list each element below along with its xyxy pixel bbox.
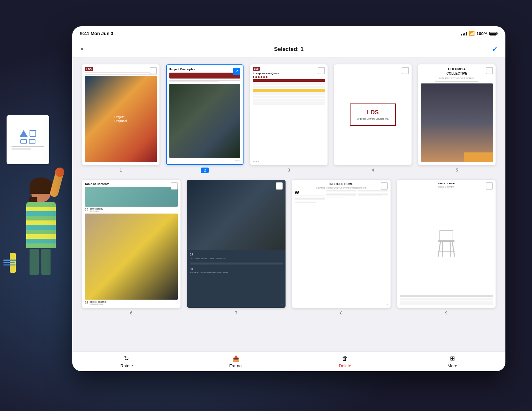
page-number-4: 4 (372, 168, 374, 172)
checkbox-3[interactable] (318, 67, 325, 74)
page7-content: 28 UNCOMPROMISING CRAFTSMANSHIP 30 MATER (187, 180, 286, 308)
page3-logo: LDS (253, 67, 260, 71)
page-thumb-5[interactable]: COLUMBIACOLLECTIVE INSPIRED BY THE COLLE… (418, 64, 496, 173)
wifi-icon: 📶 (469, 31, 475, 36)
thumb-3[interactable]: LDS Acceptance of Quote (250, 64, 328, 165)
checkbox-2[interactable]: ✓ (233, 68, 240, 75)
rotate-button[interactable]: ↻ Rotate (120, 355, 133, 368)
page1-title: ProjectProposal (113, 114, 129, 124)
page-thumb-1[interactable]: LDS ProjectProposal 1 (82, 64, 160, 173)
page-thumb-4[interactable]: LDS Logistics Delivery Services Inc. 4 (334, 64, 412, 173)
checkbox-1[interactable] (150, 67, 157, 74)
page9-sub: DESIGN REVIEW (400, 186, 493, 188)
delete-label: Delete (339, 363, 351, 368)
page7-num2: 30 (190, 267, 283, 271)
svg-line-3 (452, 242, 455, 257)
square-icon (30, 130, 36, 137)
toc-sub-1: SINCE 1986 (90, 210, 103, 212)
page-thumb-9[interactable]: SHELLY CHAIR DESIGN REVIEW (397, 180, 496, 315)
checkbox-8[interactable] (381, 182, 388, 190)
page-thumb-7[interactable]: 28 UNCOMPROMISING CRAFTSMANSHIP 30 MATER (187, 180, 286, 315)
checkbox-5[interactable] (486, 67, 493, 74)
pages-grid-row2: Table of Contents 24 OUR HISTORY SINCE 1… (82, 180, 496, 319)
page2-image (169, 84, 240, 158)
page2-footer: Page 1 (169, 160, 240, 162)
chair-icon (433, 225, 459, 258)
page1-logo: LDS (85, 67, 93, 71)
thumb-7[interactable]: 28 UNCOMPROMISING CRAFTSMANSHIP 30 MATER (187, 180, 286, 308)
delete-button[interactable]: 🗑 Delete (339, 355, 351, 368)
svg-line-2 (438, 242, 440, 257)
page2-content: Project Description Page 1 (167, 65, 243, 164)
page4-content: LDS Logistics Delivery Services Inc. (334, 64, 412, 165)
page5-content: COLUMBIACOLLECTIVE INSPIRED BY THE COLLE… (418, 64, 496, 165)
doc-line (11, 146, 44, 147)
page7-image (187, 180, 286, 250)
page2-title: Project Description (169, 68, 240, 71)
page-thumb-3[interactable]: LDS Acceptance of Quote (250, 64, 328, 173)
page6-top-img (85, 187, 178, 207)
ipad-device: 9:41 Mon Jun 3 📶 100% (72, 26, 505, 371)
decoration-ball (55, 168, 64, 177)
character-body (26, 181, 56, 275)
thumb-2[interactable]: ✓ Project Description Page 1 (166, 64, 244, 165)
extract-label: Extract (229, 363, 243, 368)
page-number-3: 3 (287, 168, 290, 172)
page-thumb-8[interactable]: INSPIRED HOME INSPIRED HOME FURNITURE TR… (292, 180, 391, 315)
battery-percent: 100% (477, 31, 487, 36)
toc-entry-1: 24 OUR HISTORY SINCE 1986 (85, 208, 178, 212)
checkbox-4[interactable] (402, 67, 409, 74)
page-number-6: 6 (130, 310, 132, 315)
page8-body: W (295, 190, 388, 302)
checkbox-7[interactable] (276, 182, 283, 190)
close-button[interactable]: × (80, 45, 84, 53)
checkbox-6[interactable] (171, 182, 178, 190)
page-number-2: 2 (201, 168, 208, 173)
thumb-6[interactable]: Table of Contents 24 OUR HISTORY SINCE 1… (82, 180, 181, 308)
rect-icon-2 (29, 139, 35, 144)
lds-box: LDS Logistics Delivery Services Inc. (350, 103, 396, 126)
page8-subtitle: INSPIRED HOME FURNITURE TRADE WHOLESALER… (295, 187, 388, 189)
page7-num1: 28 (190, 253, 283, 257)
rect-icon-1 (20, 139, 27, 144)
page6-title: Table of Contents (85, 182, 178, 186)
content-area: LDS ProjectProposal 1 (72, 58, 505, 352)
page5-orange (464, 152, 493, 162)
more-button[interactable]: ⊞ More (448, 355, 458, 368)
status-bar: 9:41 Mon Jun 3 📶 100% (72, 26, 505, 41)
page-thumb-2[interactable]: ✓ Project Description Page 1 2 (166, 64, 244, 173)
page-number-1: 1 (119, 168, 122, 172)
page7-text1: UNCOMPROMISING CRAFTSMANSHIP (190, 258, 283, 260)
page-thumb-6[interactable]: Table of Contents 24 OUR HISTORY SINCE 1… (82, 180, 181, 315)
thumb-9[interactable]: SHELLY CHAIR DESIGN REVIEW (397, 180, 496, 308)
status-time: 9:41 Mon Jun 3 (80, 31, 113, 36)
battery-icon (489, 32, 498, 35)
toc-title-2: DESIGN CENTRIC (90, 301, 106, 303)
page-number-7: 7 (235, 310, 237, 315)
thumb-5[interactable]: COLUMBIACOLLECTIVE INSPIRED BY THE COLLE… (418, 64, 496, 165)
page6-bottom-img (85, 214, 178, 300)
thumb-4[interactable]: LDS Logistics Delivery Services Inc. (334, 64, 412, 165)
thumb-1[interactable]: LDS ProjectProposal (82, 64, 160, 165)
page3-content: LDS Acceptance of Quote (250, 64, 328, 165)
page-number-8: 8 (340, 310, 342, 315)
page-number-5: 5 (456, 168, 458, 172)
lds-sub-text: Logistics Delivery Services Inc. (357, 117, 389, 120)
bottom-toolbar: ↻ Rotate 📤 Extract 🗑 Delete ⊞ More (72, 352, 505, 371)
page5-title: COLUMBIACOLLECTIVE (421, 67, 493, 76)
more-label: More (448, 363, 458, 368)
ipad-container: 9:41 Mon Jun 3 📶 100% (72, 26, 505, 371)
thumb-8[interactable]: INSPIRED HOME INSPIRED HOME FURNITURE TR… (292, 180, 391, 308)
triangle-icon (20, 130, 28, 137)
confirm-button[interactable]: ✓ (492, 45, 498, 53)
extract-button[interactable]: 📤 Extract (229, 355, 243, 368)
document-card (7, 115, 49, 164)
page9-title: SHELLY CHAIR (400, 182, 493, 185)
pages-grid-row1: LDS ProjectProposal 1 (82, 64, 496, 173)
toc-entry-2: 26 DESIGN CENTRIC DESIGN REVIEW (85, 301, 178, 305)
checkbox-9[interactable] (486, 182, 493, 190)
page6-content: Table of Contents 24 OUR HISTORY SINCE 1… (82, 180, 181, 308)
nav-bar: × Selected: 1 ✓ (72, 41, 505, 58)
page1-image: ProjectProposal (85, 76, 157, 162)
page7-footer: ℎ (190, 303, 283, 305)
